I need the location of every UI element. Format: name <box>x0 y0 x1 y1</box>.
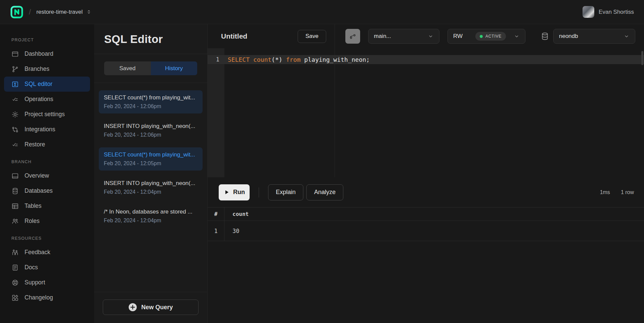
history-item-selected[interactable]: SELECT count(*) from playing_wit... Feb … <box>99 147 203 171</box>
sidebar-item-branches[interactable]: Branches <box>0 61 94 77</box>
breadcrumb-divider: / <box>29 8 31 16</box>
sidebar-item-dashboard[interactable]: Dashboard <box>0 46 94 61</box>
history-item[interactable]: /* In Neon, databases are stored ... Feb… <box>99 204 203 228</box>
branch-icon <box>349 32 357 40</box>
sidebar-item-label: SQL editor <box>25 81 52 88</box>
new-query-button[interactable]: New Query <box>103 299 199 315</box>
roles-icon <box>11 218 19 225</box>
sidebar-item-roles[interactable]: Roles <box>0 214 94 229</box>
sql-editor-panel: SQL Editor Saved History SELECT count(*)… <box>94 24 208 323</box>
section-label-project: PROJECT <box>11 38 94 42</box>
results-table: # count 1 30 <box>208 207 644 241</box>
tab-history[interactable]: History <box>151 61 198 75</box>
active-status-dot <box>480 35 483 38</box>
saved-history-tabs: Saved History <box>104 61 197 75</box>
compute-select-value: RW <box>453 33 463 40</box>
restore-icon <box>11 141 19 148</box>
chevron-down-icon <box>624 33 630 39</box>
sql-keyword: from <box>286 56 300 63</box>
table-row: 1 30 <box>208 221 644 241</box>
query-title: Untitled <box>221 32 247 40</box>
history-query-text: /* In Neon, databases are stored ... <box>104 209 198 215</box>
sidebar-item-label: Project settings <box>25 111 65 118</box>
avatar <box>583 6 594 18</box>
query-actions: Run Explain Analyze 1ms 1 row <box>208 177 644 207</box>
play-icon <box>223 189 230 195</box>
updown-chevron-icon <box>86 9 92 15</box>
sidebar-item-integrations[interactable]: Integrations <box>0 122 94 137</box>
sidebar-item-label: Integrations <box>25 126 55 133</box>
user-name: Evan Shortiss <box>599 9 634 15</box>
chevron-down-icon <box>428 33 434 39</box>
changelog-icon <box>11 294 19 302</box>
code-editor[interactable]: 1 SELECT count(*) from playing_with_neon… <box>208 48 644 177</box>
explain-button[interactable]: Explain <box>268 184 303 200</box>
history-query-text: SELECT count(*) from playing_wit... <box>104 94 198 101</box>
support-icon <box>11 279 19 286</box>
branch-icon-button[interactable] <box>345 29 360 44</box>
history-item[interactable]: INSERT INTO playing_with_neon(... Feb 20… <box>99 119 203 142</box>
panel-footer: New Query <box>94 292 207 323</box>
query-row-count: 1 row <box>621 189 634 195</box>
gear-icon <box>11 111 19 118</box>
history-item[interactable]: SELECT count(*) from playing_wit... Feb … <box>99 90 203 113</box>
sidebar-item-label: Overview <box>25 172 49 179</box>
sidebar-item-changelog[interactable]: Changelog <box>0 290 94 305</box>
sidebar-item-project-settings[interactable]: Project settings <box>0 107 94 122</box>
project-name: restore-time-travel <box>36 9 83 15</box>
run-button[interactable]: Run <box>219 184 250 200</box>
history-timestamp: Feb 20, 2024 - 12:05pm <box>104 160 198 167</box>
connection-controls: main... RW ACTIVE <box>345 24 635 48</box>
sidebar-item-feedback[interactable]: Feedback <box>0 245 94 260</box>
docs-icon <box>11 264 19 271</box>
project-selector[interactable]: restore-time-travel <box>36 9 92 15</box>
section-label-branch: BRANCH <box>11 159 94 164</box>
branch-select[interactable]: main... <box>368 29 439 44</box>
sidebar-item-databases[interactable]: Databases <box>0 183 94 198</box>
analyze-button[interactable]: Analyze <box>306 184 343 200</box>
topbar: / restore-time-travel Evan Shortiss <box>0 0 644 24</box>
sidebar-item-operations[interactable]: Operations <box>0 92 94 107</box>
compute-select[interactable]: RW ACTIVE <box>447 29 525 44</box>
history-timestamp: Feb 20, 2024 - 12:04pm <box>104 218 198 224</box>
sidebar-item-label: Roles <box>25 218 40 225</box>
feedback-icon <box>11 249 19 256</box>
app-root: / restore-time-travel Evan Shortiss PROJ… <box>0 0 644 323</box>
neon-logo[interactable] <box>10 5 24 19</box>
database-select-value: neondb <box>559 33 578 40</box>
tabs-container: Saved History <box>94 54 207 83</box>
sidebar-item-restore[interactable]: Restore <box>0 137 94 152</box>
shell: PROJECT Dashboard Branches <box>0 24 644 323</box>
user-menu[interactable]: Evan Shortiss <box>583 6 634 18</box>
column-header-index: # <box>208 207 224 221</box>
table-icon <box>11 202 19 210</box>
save-button[interactable]: Save <box>298 30 326 43</box>
sidebar: PROJECT Dashboard Branches <box>0 24 94 323</box>
row-value-cell: 30 <box>224 228 239 234</box>
history-timestamp: Feb 20, 2024 - 12:06pm <box>104 103 198 109</box>
sidebar-item-label: Databases <box>25 187 53 194</box>
sidebar-item-label: Dashboard <box>25 50 53 57</box>
branch-select-value: main... <box>374 33 391 40</box>
operations-icon <box>11 96 19 103</box>
sidebar-item-label: Docs <box>25 264 38 271</box>
editor-scrollbar[interactable] <box>641 51 643 65</box>
sidebar-item-tables[interactable]: Tables <box>0 198 94 214</box>
database-select[interactable]: neondb <box>553 29 635 44</box>
sidebar-item-overview[interactable]: Overview <box>0 168 94 183</box>
sidebar-item-label: Operations <box>25 96 53 103</box>
code-line[interactable]: SELECT count(*) from playing_with_neon; <box>228 55 370 64</box>
tab-saved[interactable]: Saved <box>104 61 151 75</box>
sidebar-item-label: Feedback <box>25 249 50 256</box>
actions-divider <box>259 187 259 197</box>
sidebar-item-sql-editor[interactable]: SQL editor <box>4 77 90 92</box>
sidebar-item-support[interactable]: Support <box>0 275 94 290</box>
sql-keyword: SELECT <box>228 56 250 63</box>
run-label: Run <box>233 189 245 196</box>
sidebar-item-label: Branches <box>25 65 49 73</box>
column-header-count: count <box>224 211 249 217</box>
sidebar-item-label: Support <box>25 279 45 286</box>
sidebar-item-docs[interactable]: Docs <box>0 260 94 275</box>
section-label-resources: RESOURCES <box>11 236 94 241</box>
history-item[interactable]: INSERT INTO playing_with_neon(... Feb 20… <box>99 176 203 199</box>
